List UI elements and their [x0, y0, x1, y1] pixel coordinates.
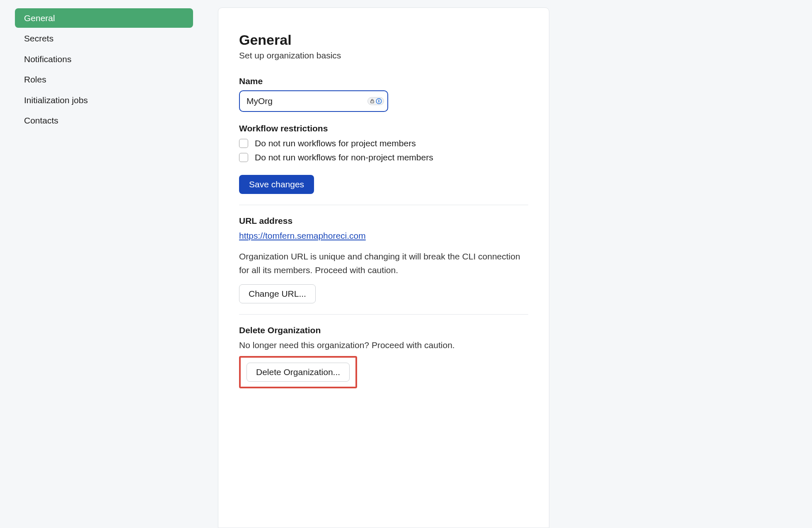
divider	[239, 205, 528, 205]
sidebar-item-general[interactable]: General	[15, 8, 193, 28]
settings-sidebar: General Secrets Notifications Roles Init…	[15, 7, 193, 528]
checkbox-non-project-members[interactable]	[239, 153, 248, 162]
sidebar-item-secrets[interactable]: Secrets	[15, 29, 193, 48]
url-caution-text: Organization URL is unique and changing …	[239, 250, 528, 277]
org-name-input[interactable]	[239, 90, 388, 112]
checkbox-row-non-project-members: Do not run workflows for non-project mem…	[239, 153, 528, 162]
sidebar-item-contacts[interactable]: Contacts	[15, 111, 193, 130]
delete-org-heading: Delete Organization	[239, 325, 528, 335]
lock-icon	[370, 99, 375, 104]
name-input-wrap	[239, 90, 388, 112]
sidebar-item-roles[interactable]: Roles	[15, 70, 193, 89]
checkbox-row-project-members: Do not run workflows for project members	[239, 138, 528, 148]
url-address-heading: URL address	[239, 216, 528, 226]
delete-org-subtext: No longer need this organization? Procee…	[239, 340, 528, 350]
sidebar-item-label: Initialization jobs	[24, 95, 88, 105]
page-subtitle: Set up organization basics	[239, 51, 528, 61]
sidebar-item-notifications[interactable]: Notifications	[15, 49, 193, 69]
sidebar-item-label: Secrets	[24, 34, 53, 43]
svg-rect-0	[371, 101, 374, 103]
org-url-link[interactable]: https://tomfern.semaphoreci.com	[239, 231, 366, 240]
sidebar-item-label: Contacts	[24, 116, 58, 125]
checkbox-label: Do not run workflows for project members	[255, 138, 416, 148]
checkbox-project-members[interactable]	[239, 139, 248, 148]
sidebar-item-label: General	[24, 13, 55, 23]
sidebar-item-label: Notifications	[24, 54, 71, 64]
main-panel: General Set up organization basics Name …	[218, 7, 549, 528]
delete-organization-button[interactable]: Delete Organization...	[247, 363, 350, 382]
page-title: General	[239, 32, 528, 48]
sidebar-item-label: Roles	[24, 75, 46, 84]
onepassword-icon	[376, 98, 382, 104]
workflow-restrictions-heading: Workflow restrictions	[239, 124, 528, 133]
svg-rect-2	[379, 100, 379, 103]
checkbox-label: Do not run workflows for non-project mem…	[255, 153, 433, 162]
save-changes-button[interactable]: Save changes	[239, 175, 314, 194]
sidebar-item-initialization-jobs[interactable]: Initialization jobs	[15, 90, 193, 110]
divider	[239, 314, 528, 315]
name-field-label: Name	[239, 76, 528, 86]
change-url-button[interactable]: Change URL...	[239, 284, 316, 303]
password-manager-badge[interactable]	[367, 97, 384, 105]
delete-highlight-box: Delete Organization...	[239, 356, 357, 388]
